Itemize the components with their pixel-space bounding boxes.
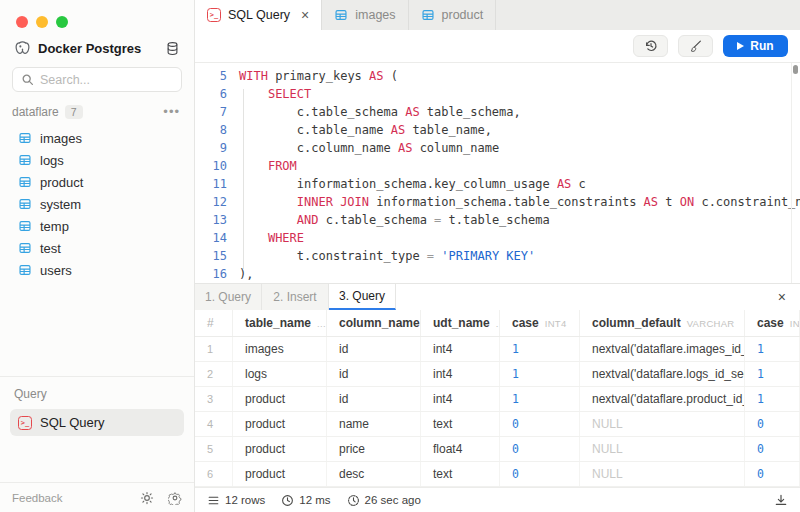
table-row[interactable]: 1imagesidint41nextval('dataflare.images_… xyxy=(195,337,800,362)
column-header-index[interactable]: # xyxy=(195,310,233,336)
tab-label: images xyxy=(355,8,395,22)
cell: 1 xyxy=(500,362,580,386)
cell: product xyxy=(233,387,327,411)
cell: NULL xyxy=(580,412,745,436)
column-type: ... xyxy=(317,318,326,329)
code-line: 14 WHERE xyxy=(195,229,800,247)
terminal-icon: >_ xyxy=(207,8,221,22)
results-header-row: # table_name... column_name... udt_name.… xyxy=(195,310,800,337)
cell: nextval('dataflare.product_id_... xyxy=(580,387,745,411)
sidebar-item-product[interactable]: product xyxy=(0,171,194,193)
editor-toolbar: Run xyxy=(195,30,800,63)
column-header-column_name[interactable]: column_name... xyxy=(327,310,421,336)
settings-gear-icon[interactable] xyxy=(168,491,182,505)
sidebar-item-logs[interactable]: logs xyxy=(0,149,194,171)
search-input[interactable] xyxy=(40,73,173,87)
results-tab-1[interactable]: 1. Query xyxy=(195,284,262,310)
table-icon xyxy=(18,153,32,167)
connection-header: Docker Postgres xyxy=(0,30,194,57)
more-menu-icon[interactable]: ••• xyxy=(163,104,180,119)
cell: name xyxy=(327,412,421,436)
cell: product xyxy=(233,462,327,486)
format-brush-button[interactable] xyxy=(678,35,713,57)
table-row[interactable]: 3productidint41nextval('dataflare.produc… xyxy=(195,387,800,412)
sql-editor[interactable]: 5WITH primary_keys AS ( 6 SELECT 7 c.tab… xyxy=(195,63,800,283)
table-icon xyxy=(18,175,32,189)
sidebar: Docker Postgres dataflare 7 ••• images l… xyxy=(0,0,195,512)
close-results-icon[interactable]: × xyxy=(778,289,786,305)
search-box[interactable] xyxy=(12,67,182,92)
theme-toggle-icon[interactable] xyxy=(140,491,154,505)
cell: NULL xyxy=(580,462,745,486)
database-group-header[interactable]: dataflare 7 ••• xyxy=(0,92,194,123)
code-line: 6 SELECT xyxy=(195,85,800,103)
cell: 3 xyxy=(195,387,233,411)
line-number: 16 xyxy=(195,265,239,283)
sidebar-item-temp[interactable]: temp xyxy=(0,215,194,237)
sidebar-item-sql-query[interactable]: >_ SQL Query xyxy=(10,409,184,436)
column-header-case[interactable]: caseINT4 xyxy=(500,310,580,336)
table-row[interactable]: 4productnametext0NULL0 xyxy=(195,412,800,437)
cell: 0 xyxy=(500,412,580,436)
sidebar-item-images[interactable]: images xyxy=(0,127,194,149)
table-list: images logs product system temp test use… xyxy=(0,123,194,281)
tab-sql-query[interactable]: >_ SQL Query × xyxy=(195,0,322,30)
tab-images[interactable]: images xyxy=(322,0,408,30)
cell: id xyxy=(327,362,421,386)
tab-product[interactable]: product xyxy=(409,0,497,30)
window-controls xyxy=(0,0,194,30)
cell: 0 xyxy=(500,437,580,461)
results-tab-3[interactable]: 3. Query xyxy=(329,284,396,310)
column-type: VARCHAR xyxy=(687,318,735,329)
close-window-button[interactable] xyxy=(16,16,28,28)
column-type: INT4 xyxy=(545,318,567,329)
cell: 1 xyxy=(745,362,800,386)
table-row[interactable]: 2logsidint41nextval('dataflare.logs_id_s… xyxy=(195,362,800,387)
results-tab-bar: 1. Query2. Insert3. Query × xyxy=(195,283,800,310)
editor-scrollbar-handle[interactable] xyxy=(793,65,798,74)
history-button[interactable] xyxy=(633,35,668,57)
feedback-link[interactable]: Feedback xyxy=(12,492,126,504)
cell: 6 xyxy=(195,462,233,486)
line-number: 11 xyxy=(195,175,239,193)
minimize-window-button[interactable] xyxy=(36,16,48,28)
table-label: logs xyxy=(40,153,64,168)
editor-scrollbar[interactable] xyxy=(791,63,800,283)
table-row[interactable]: 5productpricefloat40NULL0 xyxy=(195,437,800,462)
download-results-icon[interactable] xyxy=(774,493,788,507)
cell: int4 xyxy=(421,362,500,386)
line-number: 6 xyxy=(195,85,239,103)
results-tab-2[interactable]: 2. Insert xyxy=(262,284,329,310)
column-header-case[interactable]: caseINT4 xyxy=(745,310,800,336)
code-line: 8 c.table_name AS table_name, xyxy=(195,121,800,139)
cell: nextval('dataflare.logs_id_seq'... xyxy=(580,362,745,386)
close-tab-icon[interactable]: × xyxy=(301,7,309,23)
cell: product xyxy=(233,412,327,436)
sidebar-item-users[interactable]: users xyxy=(0,259,194,281)
sql-query-label: SQL Query xyxy=(40,415,105,430)
table-label: temp xyxy=(40,219,69,234)
column-type: INT4 xyxy=(790,318,800,329)
table-icon xyxy=(18,197,32,211)
code-line: 15 t.constraint_type = 'PRIMARY KEY' xyxy=(195,247,800,265)
run-button[interactable]: Run xyxy=(723,35,788,57)
database-icon[interactable] xyxy=(165,41,180,56)
column-header-column_default[interactable]: column_defaultVARCHAR xyxy=(580,310,745,336)
cell: price xyxy=(327,437,421,461)
sidebar-item-system[interactable]: system xyxy=(0,193,194,215)
column-header-table_name[interactable]: table_name... xyxy=(233,310,327,336)
code-line: 5WITH primary_keys AS ( xyxy=(195,67,800,85)
cell: id xyxy=(327,387,421,411)
table-label: test xyxy=(40,241,61,256)
results-tab-spacer: × xyxy=(396,284,800,310)
code-line: 13 AND c.table_schema = t.table_schema xyxy=(195,211,800,229)
cell: 1 xyxy=(195,337,233,361)
table-icon xyxy=(18,241,32,255)
column-header-udt_name[interactable]: udt_name... xyxy=(421,310,500,336)
code-line: 9 c.column_name AS column_name xyxy=(195,139,800,157)
cell: text xyxy=(421,412,500,436)
sidebar-item-test[interactable]: test xyxy=(0,237,194,259)
zoom-window-button[interactable] xyxy=(56,16,68,28)
table-row[interactable]: 6productdesctext0NULL0 xyxy=(195,462,800,487)
line-number: 15 xyxy=(195,247,239,265)
